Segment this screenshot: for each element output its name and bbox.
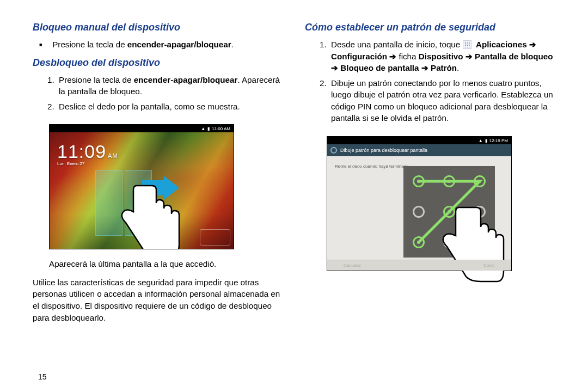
text-bold: Patrón <box>431 63 457 72</box>
page-number: 15 <box>33 372 289 381</box>
pattern-footer: Cancelar Contl. <box>327 260 511 271</box>
text: . <box>457 63 459 72</box>
text: ficha <box>399 52 418 61</box>
bullet-item: Presione la tecla de encender-apagar/blo… <box>50 39 289 51</box>
battery-icon: ▮ <box>485 138 487 143</box>
text: . <box>231 40 234 49</box>
heading-unlock: Desbloqueo del dispositivo <box>33 57 289 69</box>
arrow-icon: ➔ <box>389 52 396 61</box>
paragraph: Utilice las características de seguridad… <box>33 277 289 323</box>
text-bold: encender-apagar/bloquear <box>127 40 231 49</box>
arrow-icon: ➔ <box>331 63 340 72</box>
pattern-dot <box>413 236 425 248</box>
arrow-icon: ➔ <box>465 52 475 61</box>
status-time: 12:19 PM <box>489 138 508 143</box>
step-item: Desde una pantalla de inicio, toque Apli… <box>329 39 561 74</box>
text-bold: Configuración <box>331 52 387 61</box>
pattern-dot <box>474 175 486 187</box>
text-bold: Pantalla de bloqueo <box>475 52 553 61</box>
hand-icon <box>115 180 180 249</box>
text-bold: Dispositivo <box>419 52 463 61</box>
text: Presione la tecla de <box>52 40 127 49</box>
caption: Aparecerá la última pantalla a la que ac… <box>49 258 289 270</box>
text-bold: encender-apagar/bloquear <box>134 75 238 84</box>
pattern-dot <box>413 206 425 218</box>
pattern-dot <box>413 175 425 187</box>
clock: 11:09AM Lun, Enero 27 <box>57 141 118 166</box>
hand-icon <box>434 204 505 288</box>
pattern-dot <box>443 175 455 187</box>
wifi-icon: ▲ <box>479 138 483 143</box>
footer-continue: Contl. <box>483 263 495 268</box>
battery-icon: ▮ <box>207 126 210 131</box>
pattern-screenshot: ▲ ▮ 12:19 PM Dibuje patrón para desbloqu… <box>327 136 512 271</box>
pattern-body: Dibuje patrón para desbloquear pantalla … <box>327 144 511 271</box>
arrow-icon: ➔ <box>529 40 536 49</box>
step-item: Presione la tecla de encender-apagar/blo… <box>57 74 289 97</box>
bullet-list: Presione la tecla de encender-apagar/blo… <box>33 39 289 51</box>
steps-list: Presione la tecla de encender-apagar/blo… <box>33 74 289 116</box>
step-item: Dibuje un patrón conectando por lo menos… <box>329 77 561 124</box>
arrow-icon: ➔ <box>421 63 431 72</box>
right-column: Cómo establecer un patrón de seguridad D… <box>305 19 561 381</box>
wifi-icon: ▲ <box>201 126 205 131</box>
lockscreen-body: 11:09AM Lun, Enero 27 <box>50 132 234 249</box>
status-bar: ▲ ▮ 11:00 AM <box>50 125 234 132</box>
apps-icon <box>463 40 471 49</box>
widget-placeholder <box>200 229 230 246</box>
lockscreen-screenshot: ▲ ▮ 11:00 AM 11:09AM Lun, Enero 27 <box>49 124 234 249</box>
text-bold: Bloqueo de pantalla <box>340 63 419 72</box>
left-column: Bloqueo manual del dispositivo Presione … <box>33 19 289 381</box>
clock-time: 11:09 <box>57 141 106 162</box>
text: Presione la tecla de <box>59 75 134 84</box>
footer-cancel: Cancelar <box>344 263 361 268</box>
steps-list: Desde una pantalla de inicio, toque Apli… <box>305 39 561 127</box>
pattern-header: Dibuje patrón para desbloquear pantalla <box>327 144 511 156</box>
step-item: Deslice el dedo por la pantalla, como se… <box>57 101 289 113</box>
heading-pattern: Cómo establecer un patrón de seguridad <box>305 22 561 33</box>
status-time: 11:00 AM <box>212 126 230 131</box>
status-bar: ▲ ▮ 12:19 PM <box>327 137 511 144</box>
heading-manual-lock: Bloqueo manual del dispositivo <box>33 22 289 33</box>
text: Desde una pantalla de inicio, toque <box>331 40 463 49</box>
gear-icon <box>330 147 337 154</box>
clock-date: Lun, Enero 27 <box>57 161 118 166</box>
header-text: Dibuje patrón para desbloquear pantalla <box>340 148 427 153</box>
text-bold: Aplicaciones <box>476 40 527 49</box>
clock-ampm: AM <box>108 152 118 159</box>
